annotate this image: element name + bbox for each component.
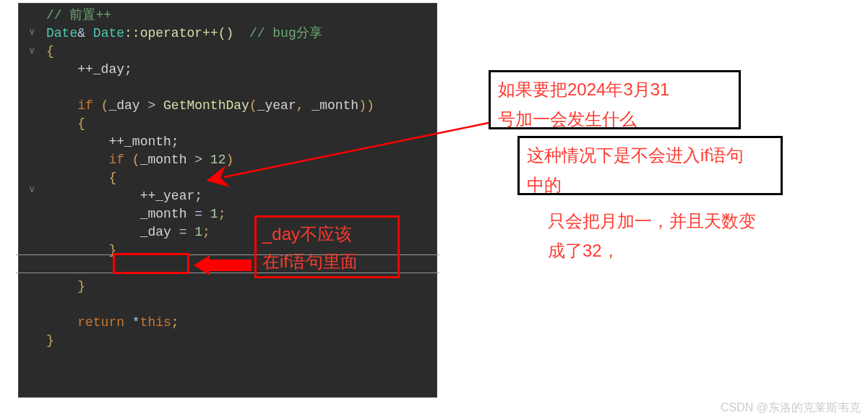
annotation-box-1: 如果要把2024年3月31 号加一会发生什么 xyxy=(489,70,741,129)
code-type: Date xyxy=(46,26,77,40)
annotation-text: 号加一会发生什么 xyxy=(498,105,731,134)
annotation-text: 如果要把2024年3月31 xyxy=(498,75,731,105)
annotation-text: 这种情况下是不会进入if语句 xyxy=(527,141,773,171)
inline-annotation-box: _day不应该 在if语句里面 xyxy=(254,215,400,278)
annotation-text: 只会把月加一，并且天数变 xyxy=(548,207,781,236)
fold-chevron-icon[interactable]: ∨ xyxy=(29,25,35,38)
code-editor: ∨ ∨ ∨ // 前置++ Date& Date::operator++() /… xyxy=(18,3,437,398)
editor-gutter: ∨ ∨ ∨ xyxy=(19,4,45,397)
fold-chevron-icon[interactable]: ∨ xyxy=(29,44,35,56)
watermark: CSDN @东洛的克莱斯韦克 xyxy=(721,400,861,416)
annotation-text: 中的 xyxy=(527,171,773,200)
code-comment: // 前置++ xyxy=(46,8,111,22)
annotation-box-3: 只会把月加一，并且天数变 成了32， xyxy=(538,202,790,261)
annotation-text: 成了32， xyxy=(548,236,781,266)
code-content[interactable]: // 前置++ Date& Date::operator++() // bug分… xyxy=(46,7,437,350)
inline-annotation-line: _day不应该 xyxy=(262,220,392,248)
fold-chevron-icon[interactable]: ∨ xyxy=(29,183,35,195)
inline-annotation-line: 在if语句里面 xyxy=(262,248,392,275)
arrow-left-icon xyxy=(194,257,252,273)
annotation-box-2: 这种情况下是不会进入if语句 中的 xyxy=(517,136,783,195)
